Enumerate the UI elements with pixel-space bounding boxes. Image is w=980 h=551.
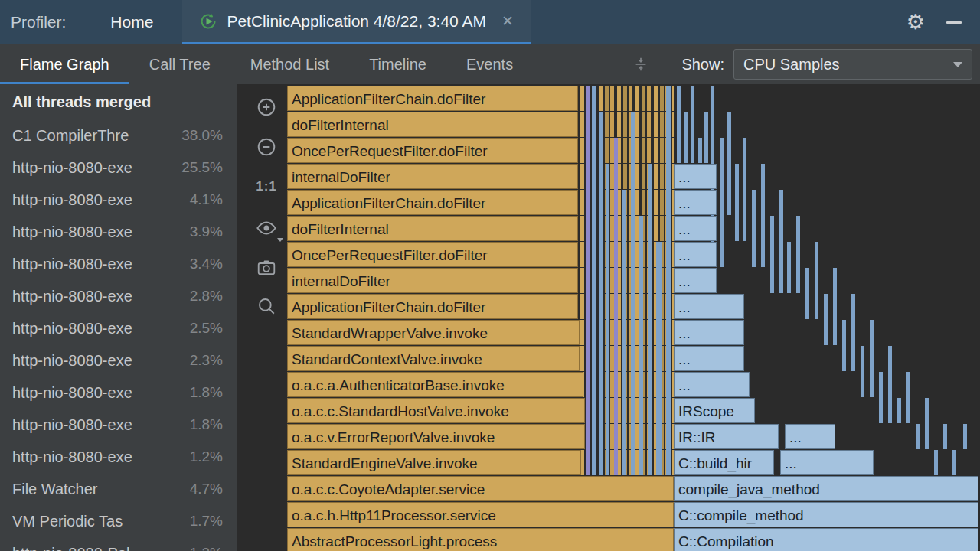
flame-frame[interactable]: [833, 268, 837, 345]
thread-row[interactable]: http-nio-8080-exe2.8%: [0, 280, 237, 312]
tab-method-list[interactable]: Method List: [230, 44, 349, 84]
flame-frame[interactable]: IRScope: [674, 398, 755, 423]
flame-frame[interactable]: ...: [674, 268, 717, 293]
zoom-in-button[interactable]: [254, 95, 279, 119]
flame-frame[interactable]: ApplicationFilterChain.doFilter: [287, 86, 578, 111]
flame-frame[interactable]: [622, 190, 626, 475]
flame-frame[interactable]: [684, 112, 688, 163]
tab-timeline[interactable]: Timeline: [349, 44, 446, 84]
flame-frame[interactable]: [934, 450, 938, 475]
flame-frame[interactable]: [677, 86, 681, 163]
gear-icon[interactable]: ⚙: [906, 12, 925, 33]
thread-row[interactable]: http-nio-8080-exe1.8%: [0, 377, 237, 409]
flame-frame[interactable]: [727, 112, 731, 215]
flame-frame[interactable]: [851, 294, 855, 371]
flame-frame[interactable]: compile_java_method: [674, 476, 978, 501]
minimize-icon[interactable]: [946, 21, 962, 24]
flame-frame[interactable]: StandardEngineValve.invoke: [287, 450, 581, 475]
thread-row[interactable]: http-nio-8080-exe25.5%: [0, 152, 237, 184]
flame-frame[interactable]: [861, 346, 864, 397]
flame-frame[interactable]: AbstractProcessorLight.process: [287, 528, 674, 551]
thread-row[interactable]: http-nio-8080-exe2.5%: [0, 312, 237, 344]
flame-frame[interactable]: [770, 216, 774, 293]
tab-home[interactable]: Home: [104, 13, 159, 31]
flame-frame[interactable]: [599, 112, 603, 475]
flame-frame[interactable]: ...: [674, 242, 717, 267]
flame-frame[interactable]: [842, 320, 846, 371]
flame-frame[interactable]: [870, 320, 874, 397]
flame-frame[interactable]: IR::IR: [674, 424, 779, 449]
flame-frame[interactable]: C::build_hir: [674, 450, 774, 475]
tab-flame-graph[interactable]: Flame Graph: [0, 44, 129, 84]
flame-frame[interactable]: doFilterInternal: [287, 216, 578, 241]
flame-frame[interactable]: ...: [674, 216, 717, 241]
visibility-options-button[interactable]: [254, 216, 279, 240]
flame-frame[interactable]: ...: [674, 190, 717, 215]
flame-frame[interactable]: ...: [785, 424, 835, 449]
flame-frame[interactable]: [720, 138, 724, 267]
flame-frame[interactable]: C::Compilation: [674, 528, 978, 551]
flame-frame[interactable]: o.a.c.c.CoyoteAdapter.service: [287, 476, 674, 501]
tab-events[interactable]: Events: [446, 44, 533, 84]
thread-row[interactable]: http-nio-8080-Pol1.2%: [0, 537, 237, 551]
tab-call-tree[interactable]: Call Tree: [129, 44, 230, 84]
flame-frame[interactable]: o.a.c.c.StandardHostValve.invoke: [287, 398, 585, 423]
flame-frame[interactable]: StandardContextValve.invoke: [287, 346, 580, 371]
flame-frame[interactable]: [952, 450, 956, 475]
flame-frame[interactable]: o.a.c.h.Http11Processor.service: [287, 502, 674, 527]
flame-frame[interactable]: internalDoFilter: [287, 164, 578, 189]
zoom-reset-button[interactable]: 1:1: [254, 174, 279, 199]
thread-row[interactable]: http-nio-8080-exe1.2%: [0, 441, 237, 473]
flame-frame[interactable]: [614, 138, 618, 475]
flame-frame[interactable]: OncePerRequestFilter.doFilter: [287, 138, 578, 163]
flame-frame[interactable]: [824, 294, 828, 345]
show-dropdown[interactable]: CPU Samples: [733, 49, 972, 80]
flame-frame[interactable]: [897, 398, 901, 423]
thread-row[interactable]: C1 CompilerThre38.0%: [0, 119, 237, 152]
flame-frame[interactable]: ...: [780, 450, 874, 475]
flame-frame[interactable]: ...: [674, 320, 744, 345]
thread-row[interactable]: http-nio-8080-exe1.8%: [0, 409, 237, 441]
flame-frame[interactable]: OncePerRequestFilter.doFilter: [287, 242, 578, 267]
flame-frame[interactable]: [691, 86, 694, 163]
flame-frame[interactable]: [963, 424, 967, 449]
flame-frame[interactable]: [698, 138, 702, 163]
thread-row[interactable]: VM Periodic Tas1.7%: [0, 505, 237, 537]
flame-graph[interactable]: ApplicationFilterChain.doFilterdoFilterI…: [237, 84, 980, 551]
flame-frame[interactable]: ApplicationFilterChain.doFilter: [287, 190, 578, 215]
flame-frame[interactable]: [666, 86, 671, 475]
flame-frame[interactable]: [906, 372, 910, 423]
flame-frame[interactable]: ApplicationFilterChain.doFilter: [287, 294, 578, 319]
flame-frame[interactable]: [925, 398, 929, 449]
flame-frame[interactable]: [761, 164, 765, 267]
flame-frame[interactable]: [879, 372, 883, 423]
flame-frame[interactable]: [787, 242, 791, 293]
search-button[interactable]: [254, 294, 279, 318]
flame-frame[interactable]: [796, 216, 800, 293]
thread-list-item-all-threads[interactable]: All threads merged: [0, 84, 237, 119]
flame-frame[interactable]: [656, 242, 662, 475]
thread-row[interactable]: File Watcher4.7%: [0, 473, 237, 505]
tab-session[interactable]: PetClinicApplication 4/8/22, 3:40 AM ✕: [182, 0, 530, 44]
flame-frame[interactable]: o.a.c.v.ErrorReportValve.invoke: [287, 424, 585, 449]
flame-frame[interactable]: [815, 242, 818, 319]
flame-frame[interactable]: [631, 112, 635, 475]
collapse-icon[interactable]: [632, 56, 649, 73]
flame-frame[interactable]: [943, 424, 947, 449]
flame-frame[interactable]: internalDoFilter: [287, 268, 578, 293]
thread-row[interactable]: http-nio-8080-exe3.9%: [0, 216, 237, 248]
flame-frame[interactable]: [743, 138, 746, 241]
flame-frame[interactable]: ...: [674, 294, 744, 319]
thread-row[interactable]: http-nio-8080-exe2.3%: [0, 344, 237, 377]
flame-frame[interactable]: [735, 164, 739, 241]
screenshot-button[interactable]: [254, 256, 279, 280]
flame-frame[interactable]: C::compile_method: [674, 502, 978, 527]
flame-frame[interactable]: [606, 164, 609, 475]
flame-frame[interactable]: ...: [674, 346, 744, 371]
zoom-out-button[interactable]: [254, 135, 279, 159]
flame-frame[interactable]: doFilterInternal: [287, 112, 578, 137]
thread-row[interactable]: http-nio-8080-exe4.1%: [0, 184, 237, 216]
flame-frame[interactable]: [639, 216, 643, 475]
flame-frame[interactable]: StandardWrapperValve.invoke: [287, 320, 580, 345]
flame-frame[interactable]: [752, 190, 756, 267]
